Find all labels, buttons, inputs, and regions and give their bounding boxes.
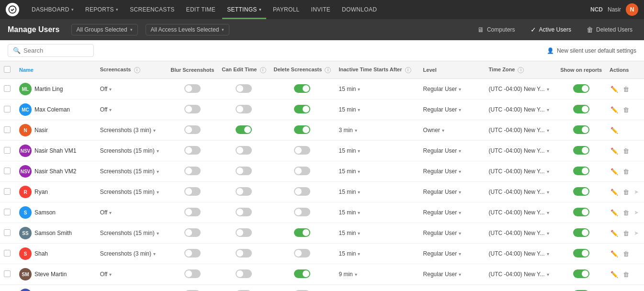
level-dropdown[interactable]: Regular User ▾ [423,168,481,175]
nav-edittime[interactable]: EDIT TIME [181,0,221,19]
inactive-chevron-icon[interactable]: ▾ [358,148,360,154]
screencasts-chevron-icon[interactable]: ▾ [153,128,156,133]
blur-toggle[interactable] [184,208,201,216]
tz-chevron-icon[interactable]: ▾ [547,169,549,174]
edit-button[interactable]: ✏️ [610,188,619,197]
blur-toggle[interactable] [184,84,201,93]
inactive-dropdown[interactable]: 15 min ▾ [339,86,415,92]
level-dropdown[interactable]: Regular User ▾ [423,189,481,195]
screencasts-chevron-icon[interactable]: ▾ [109,87,112,92]
screencasts-dropdown[interactable]: Screenshots (3 min) ▾ [100,250,163,257]
level-dropdown[interactable]: Owner ▾ [423,127,481,134]
blur-toggle[interactable] [184,105,201,113]
edit-button[interactable]: ✏️ [610,270,619,279]
tz-chevron-icon[interactable]: ▾ [547,148,549,154]
level-chevron-icon[interactable]: ▾ [459,210,461,215]
col-header-name[interactable]: Name [15,61,96,79]
screencasts-dropdown[interactable]: Off ▾ [100,271,163,278]
tz-chevron-icon[interactable]: ▾ [547,190,549,195]
tz-chevron-icon[interactable]: ▾ [547,128,549,133]
delete-button[interactable]: 🗑 [622,105,630,114]
delete-toggle[interactable] [294,84,310,93]
edit-button[interactable]: ✏️ [610,208,619,217]
delete-button[interactable]: 🗑 [622,229,630,238]
delete-toggle[interactable] [294,146,310,155]
screencasts-dropdown[interactable]: Screenshots (15 min) ▾ [100,189,163,195]
tz-dropdown[interactable]: (UTC -04:00) New Y... ▾ [489,168,553,175]
row-checkbox[interactable] [4,250,11,257]
edit-button[interactable]: ✏️ [610,229,619,238]
inactive-chevron-icon[interactable]: ▾ [358,107,360,112]
screencasts-chevron-icon[interactable]: ▾ [157,231,159,236]
canedit-info-icon[interactable]: i [260,67,266,73]
screencasts-info-icon[interactable]: i [134,67,140,73]
row-checkbox[interactable] [4,229,11,236]
tz-dropdown[interactable]: (UTC -04:00) New Y... ▾ [489,86,553,92]
level-chevron-icon[interactable]: ▾ [459,148,461,154]
blur-toggle[interactable] [184,187,201,196]
level-dropdown[interactable]: Regular User ▾ [423,230,481,236]
show-toggle[interactable] [573,105,589,113]
tab-computers[interactable]: 🖥 Computers [474,24,519,35]
screencasts-dropdown[interactable]: Screenshots (15 min) ▾ [100,147,163,154]
level-chevron-icon[interactable]: ▾ [459,251,461,257]
tz-chevron-icon[interactable]: ▾ [547,87,549,92]
delete-toggle[interactable] [294,249,310,257]
level-chevron-icon[interactable]: ▾ [459,169,461,174]
inactive-dropdown[interactable]: 15 min ▾ [339,189,415,195]
user-avatar[interactable]: N [626,3,638,16]
level-chevron-icon[interactable]: ▾ [459,190,461,195]
show-toggle[interactable] [573,146,589,155]
screencasts-dropdown[interactable]: Off ▾ [100,209,163,216]
blur-toggle[interactable] [184,228,201,237]
screencasts-dropdown[interactable]: Screenshots (15 min) ▾ [100,230,163,236]
inactive-chevron-icon[interactable]: ▾ [358,87,360,92]
send-button[interactable]: ➤ [633,229,640,237]
canedit-toggle[interactable] [236,125,252,134]
delete-toggle[interactable] [294,228,310,237]
inactive-dropdown[interactable]: 3 min ▾ [339,127,415,134]
edit-button[interactable]: ✏️ [610,105,619,114]
show-toggle[interactable] [573,167,589,175]
level-chevron-icon[interactable]: ▾ [442,128,444,133]
show-toggle[interactable] [573,269,589,278]
delete-info-icon[interactable]: i [325,67,331,73]
tz-info-icon[interactable]: i [518,67,524,73]
delete-toggle[interactable] [294,187,310,196]
screencasts-chevron-icon[interactable]: ▾ [109,210,112,215]
blur-toggle[interactable] [184,269,201,278]
tz-dropdown[interactable]: (UTC -04:00) New Y... ▾ [489,250,553,257]
screencasts-chevron-icon[interactable]: ▾ [157,190,159,195]
level-dropdown[interactable]: Regular User ▾ [423,147,481,154]
row-checkbox[interactable] [4,147,11,154]
canedit-toggle[interactable] [236,208,252,216]
send-button[interactable]: ➤ [633,208,640,217]
tz-chevron-icon[interactable]: ▾ [547,210,549,215]
inactive-dropdown[interactable]: 15 min ▾ [339,209,415,216]
tz-dropdown[interactable]: (UTC -04:00) New Y... ▾ [489,230,553,236]
delete-button[interactable]: 🗑 [622,208,630,217]
delete-toggle[interactable] [294,125,310,134]
inactive-chevron-icon[interactable]: ▾ [355,272,357,277]
tz-dropdown[interactable]: (UTC -04:00) New Y... ▾ [489,106,553,113]
delete-toggle[interactable] [294,208,310,216]
groups-filter[interactable]: All Groups Selected ▾ [71,24,138,35]
edit-button[interactable]: ✏️ [610,167,619,176]
show-toggle[interactable] [573,208,589,216]
inactive-dropdown[interactable]: 9 min ▾ [339,271,415,278]
send-button[interactable]: ➤ [633,188,640,196]
canedit-toggle[interactable] [236,146,252,155]
edit-button[interactable]: ✏️ [610,249,619,258]
screencasts-dropdown[interactable]: Off ▾ [100,86,163,92]
blur-toggle[interactable] [184,146,201,155]
inactive-chevron-icon[interactable]: ▾ [358,251,360,257]
level-dropdown[interactable]: Regular User ▾ [423,106,481,113]
nav-screencasts[interactable]: SCREENCASTS [125,0,179,19]
show-toggle[interactable] [573,84,589,93]
tz-dropdown[interactable]: (UTC -04:00) New Y... ▾ [489,189,553,195]
show-toggle[interactable] [573,228,589,237]
level-chevron-icon[interactable]: ▾ [459,231,461,236]
delete-button[interactable]: 🗑 [622,249,630,258]
select-all-checkbox[interactable] [4,66,11,73]
level-dropdown[interactable]: Regular User ▾ [423,86,481,92]
